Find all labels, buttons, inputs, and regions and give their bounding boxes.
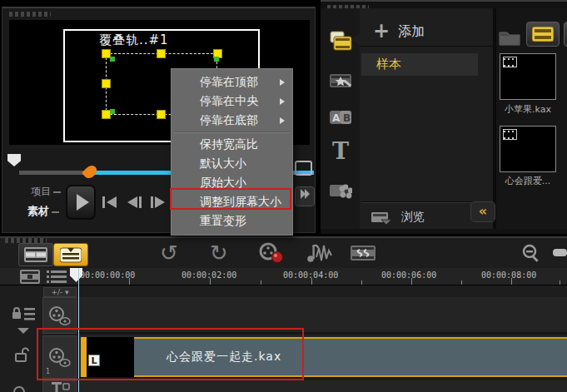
- split-clip-icon: [299, 188, 311, 200]
- browse-label: 浏览: [401, 210, 425, 225]
- timeline-zoom-slider-handle[interactable]: [553, 249, 567, 256]
- tab-transition[interactable]: [328, 68, 353, 93]
- play-button[interactable]: [66, 185, 96, 220]
- library-thumbnail[interactable]: [500, 126, 556, 172]
- enlarge-preview-icon[interactable]: [295, 161, 312, 176]
- redo-button[interactable]: ↻: [210, 243, 228, 263]
- video-clip-badge-icon: [503, 129, 517, 140]
- record-capture-button[interactable]: [258, 242, 285, 267]
- menu-item-dock-center[interactable]: 停靠在中央: [172, 92, 292, 111]
- playhead-marker[interactable]: [82, 163, 99, 181]
- menu-item-reset-distortion[interactable]: 重置变形: [172, 211, 292, 231]
- title-icon: T: [332, 138, 349, 164]
- overlay-track-icon: [48, 347, 71, 368]
- tab-title[interactable]: T: [328, 138, 353, 163]
- panel-grip-dots[interactable]: [9, 12, 51, 17]
- storyboard-view-button[interactable]: [18, 243, 53, 266]
- gallery-item-sample[interactable]: 样本: [361, 53, 478, 76]
- previous-frame-button[interactable]: [125, 191, 145, 213]
- unlock-icon: [14, 346, 29, 362]
- tab-ab-transition[interactable]: A B: [328, 105, 353, 130]
- menu-item-label: 调整到屏幕大小: [200, 195, 281, 208]
- trim-marker[interactable]: [7, 154, 21, 166]
- title-track-header[interactable]: [42, 380, 77, 392]
- resize-handle-top-mid[interactable]: [157, 49, 166, 58]
- list-view-button[interactable]: [564, 22, 567, 47]
- title-track-lane[interactable]: [77, 380, 567, 392]
- tab-graphics[interactable]: [328, 178, 353, 203]
- tab-media[interactable]: [328, 28, 353, 53]
- clip-name: 心会跟爱一起走.kax: [167, 350, 281, 365]
- distort-handle-icon[interactable]: [110, 57, 115, 62]
- menu-item-label: 原始大小: [200, 176, 246, 189]
- previous-frame-icon: [127, 196, 143, 208]
- timeline-clip[interactable]: 心会跟爱一起走.kax: [134, 337, 567, 377]
- track-add-label: +/-: [51, 288, 62, 296]
- menu-item-dock-top[interactable]: 停靠在顶部: [172, 72, 292, 92]
- chapter-list-button[interactable]: [47, 270, 67, 287]
- overlay-track-header[interactable]: 1: [42, 335, 77, 379]
- library-thumbnail[interactable]: [500, 53, 556, 100]
- submenu-arrow-icon: [280, 98, 285, 105]
- library-thumbnails-area: 小苹果.kax 心会跟爱...: [496, 8, 567, 229]
- ruler-timestamp: 00:00:06:00: [381, 270, 436, 280]
- video-track-lane[interactable]: [77, 297, 567, 334]
- thumbnail-label: 小苹果.kax: [496, 103, 561, 116]
- undo-icon: ↺: [160, 241, 178, 265]
- add-gallery-button[interactable]: + 添加: [360, 17, 493, 47]
- menu-item-default-size[interactable]: 默认大小: [172, 154, 292, 173]
- zoom-out-button[interactable]: [521, 244, 541, 267]
- home-icon: [102, 196, 118, 208]
- menu-item-label: 停靠在底部: [200, 113, 258, 127]
- clip-mode-label: 素材: [27, 205, 49, 217]
- track-lock-button[interactable]: [14, 346, 29, 365]
- sound-mixer-button[interactable]: [305, 242, 333, 267]
- add-remove-track-button[interactable]: +/- ▾: [43, 287, 77, 297]
- timeline-view-button[interactable]: [53, 243, 88, 266]
- timeline-panel: ↺ ↻: [0, 236, 567, 392]
- instant-project-button[interactable]: [350, 243, 378, 266]
- split-clip-button[interactable]: [295, 186, 315, 206]
- video-track-header[interactable]: [42, 297, 77, 334]
- transition-icon: [329, 72, 352, 90]
- timeline-playhead[interactable]: [70, 268, 82, 282]
- ab-transition-icon: A B: [329, 109, 352, 126]
- overlay-track-number: 1: [46, 368, 50, 375]
- menu-item-original-size[interactable]: 原始大小: [172, 173, 292, 192]
- expand-tracks-icon[interactable]: [17, 328, 29, 334]
- distort-handle-icon[interactable]: [110, 109, 115, 114]
- next-frame-button[interactable]: [148, 191, 168, 213]
- storyboard-icon: [24, 247, 47, 262]
- collapse-panel-button[interactable]: «: [470, 201, 495, 222]
- menu-item-keep-aspect-ratio[interactable]: 保持宽高比: [172, 135, 292, 154]
- home-button[interactable]: [100, 191, 120, 213]
- open-folder-button[interactable]: [498, 27, 521, 50]
- track-lock-partial-icon[interactable]: [13, 386, 25, 392]
- timeline-ruler[interactable]: 00:00:00:00 00:00:02:00 00:00:04:00 00:0…: [0, 268, 567, 285]
- project-mode-button[interactable]: 项目: [31, 185, 61, 199]
- folder-icon: [498, 27, 521, 47]
- playhead-line[interactable]: [78, 268, 79, 392]
- filmstrip-view-icon: [532, 27, 554, 42]
- distort-handle-icon[interactable]: [214, 57, 219, 62]
- resize-handle-mid-left[interactable]: [102, 79, 111, 88]
- clip-mode-button[interactable]: 素材: [27, 204, 59, 219]
- resize-handle-bottom-mid[interactable]: [157, 110, 166, 119]
- track-manager-icon: [20, 270, 40, 284]
- menu-item-fit-to-screen[interactable]: 调整到屏幕大小: [172, 192, 292, 211]
- ruler-timestamp: 00:00:08:00: [481, 270, 536, 280]
- browse-button[interactable]: [371, 211, 393, 229]
- collapse-icon: «: [479, 203, 487, 219]
- menu-item-dock-bottom[interactable]: 停靠在底部: [172, 111, 292, 130]
- undo-button[interactable]: ↺: [160, 243, 178, 263]
- submenu-arrow-icon: [280, 79, 285, 86]
- graphics-icon: [329, 181, 352, 201]
- ride-all-tracks-button[interactable]: [12, 306, 37, 324]
- clip-trim-edge[interactable]: [81, 337, 87, 377]
- menu-item-label: 重置变形: [200, 214, 246, 227]
- thumbnail-view-button[interactable]: [526, 22, 560, 47]
- menu-item-label: 保持宽高比: [200, 137, 258, 151]
- track-manager-button[interactable]: [20, 270, 40, 287]
- mode-dash: [53, 191, 61, 193]
- overlay-track-title: 覆叠轨..#1: [99, 32, 169, 48]
